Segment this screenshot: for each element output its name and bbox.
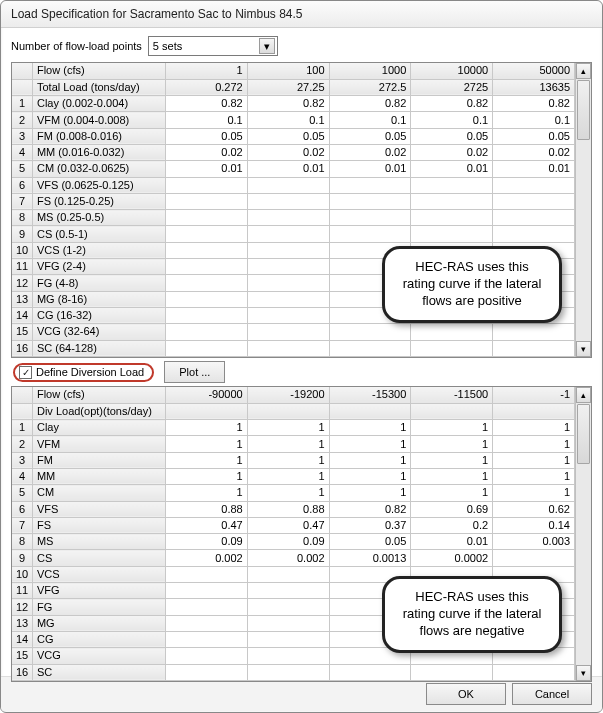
cell[interactable] [165, 631, 247, 647]
cell[interactable]: 1 [493, 452, 575, 468]
cell[interactable] [411, 403, 493, 419]
cell[interactable] [247, 242, 329, 258]
cell[interactable] [165, 615, 247, 631]
cell[interactable]: 0.82 [493, 96, 575, 112]
cell[interactable] [247, 177, 329, 193]
scroll-down-icon[interactable]: ▾ [576, 665, 591, 681]
cell[interactable] [247, 599, 329, 615]
cell[interactable]: 0.1 [493, 112, 575, 128]
scroll-thumb[interactable] [577, 404, 590, 464]
cell[interactable]: 0.47 [165, 517, 247, 533]
cell[interactable]: 1 [247, 436, 329, 452]
cell[interactable]: 1 [165, 420, 247, 436]
cell[interactable]: 1 [329, 436, 411, 452]
cell[interactable]: 0.02 [247, 144, 329, 160]
cell[interactable] [247, 193, 329, 209]
cell[interactable]: 0.01 [165, 161, 247, 177]
scroll-thumb[interactable] [577, 80, 590, 140]
cell[interactable] [165, 324, 247, 340]
cell[interactable]: 1000 [329, 63, 411, 79]
cell[interactable] [329, 664, 411, 680]
cell[interactable] [247, 583, 329, 599]
scroll-up-icon[interactable]: ▴ [576, 63, 591, 79]
cell[interactable]: 27.25 [247, 79, 329, 95]
cell[interactable]: 50000 [493, 63, 575, 79]
cell[interactable]: 0.88 [165, 501, 247, 517]
cell[interactable]: 272.5 [329, 79, 411, 95]
plot-button[interactable]: Plot ... [164, 361, 225, 383]
cell[interactable]: 0.05 [329, 534, 411, 550]
cell[interactable]: 1 [329, 420, 411, 436]
cell[interactable]: 0.82 [329, 96, 411, 112]
cell[interactable] [411, 664, 493, 680]
cell[interactable]: 0.1 [165, 112, 247, 128]
cell[interactable] [493, 340, 575, 356]
cell[interactable]: 0.002 [247, 550, 329, 566]
cell[interactable] [247, 259, 329, 275]
cell[interactable] [329, 340, 411, 356]
cell[interactable]: 1 [165, 468, 247, 484]
cell[interactable] [247, 210, 329, 226]
cell[interactable] [493, 177, 575, 193]
cell[interactable]: -19200 [247, 387, 329, 403]
cell[interactable]: 0.69 [411, 501, 493, 517]
cell[interactable]: 1 [493, 468, 575, 484]
cell[interactable] [329, 403, 411, 419]
cell[interactable] [165, 210, 247, 226]
cell[interactable] [165, 177, 247, 193]
cell[interactable]: 0.05 [493, 128, 575, 144]
scroll-up-icon[interactable]: ▴ [576, 387, 591, 403]
cell[interactable] [247, 324, 329, 340]
cell[interactable] [247, 566, 329, 582]
cell[interactable]: 0.0002 [411, 550, 493, 566]
cell[interactable] [247, 291, 329, 307]
cell[interactable] [165, 583, 247, 599]
cell[interactable] [329, 226, 411, 242]
cell[interactable]: 0.62 [493, 501, 575, 517]
scroll-down-icon[interactable]: ▾ [576, 341, 591, 357]
cell[interactable] [493, 664, 575, 680]
cell[interactable] [165, 307, 247, 323]
cell[interactable]: 1 [411, 436, 493, 452]
cell[interactable] [247, 648, 329, 664]
cell[interactable] [247, 631, 329, 647]
cell[interactable]: 1 [411, 468, 493, 484]
cell[interactable]: -15300 [329, 387, 411, 403]
num-points-dropdown[interactable]: 5 sets ▾ [148, 36, 278, 56]
cancel-button[interactable]: Cancel [512, 683, 592, 705]
cell[interactable] [329, 193, 411, 209]
cell[interactable]: 0.003 [493, 534, 575, 550]
cell[interactable]: 0.88 [247, 501, 329, 517]
cell[interactable] [493, 403, 575, 419]
cell[interactable]: 0.47 [247, 517, 329, 533]
cell[interactable] [247, 615, 329, 631]
cell[interactable]: 1 [493, 485, 575, 501]
cell[interactable] [165, 193, 247, 209]
cell[interactable] [329, 210, 411, 226]
cell[interactable]: 1 [165, 452, 247, 468]
cell[interactable] [165, 340, 247, 356]
cell[interactable]: 13635 [493, 79, 575, 95]
cell[interactable]: 0.82 [329, 501, 411, 517]
cell[interactable]: 0.82 [247, 96, 329, 112]
cell[interactable] [329, 177, 411, 193]
cell[interactable] [411, 226, 493, 242]
cell[interactable] [165, 664, 247, 680]
cell[interactable]: 0.1 [411, 112, 493, 128]
cell[interactable]: 0.01 [247, 161, 329, 177]
cell[interactable]: 0.01 [411, 534, 493, 550]
cell[interactable]: 0.1 [247, 112, 329, 128]
cell[interactable] [165, 648, 247, 664]
cell[interactable]: 1 [329, 485, 411, 501]
cell[interactable] [165, 599, 247, 615]
cell[interactable]: 0.1 [329, 112, 411, 128]
cell[interactable]: 0.05 [247, 128, 329, 144]
cell[interactable]: 0.0013 [329, 550, 411, 566]
cell[interactable] [493, 210, 575, 226]
cell[interactable]: 1 [165, 485, 247, 501]
cell[interactable]: 1 [493, 436, 575, 452]
cell[interactable]: 100 [247, 63, 329, 79]
cell[interactable] [165, 566, 247, 582]
cell[interactable]: 1 [247, 420, 329, 436]
cell[interactable]: 0.02 [165, 144, 247, 160]
